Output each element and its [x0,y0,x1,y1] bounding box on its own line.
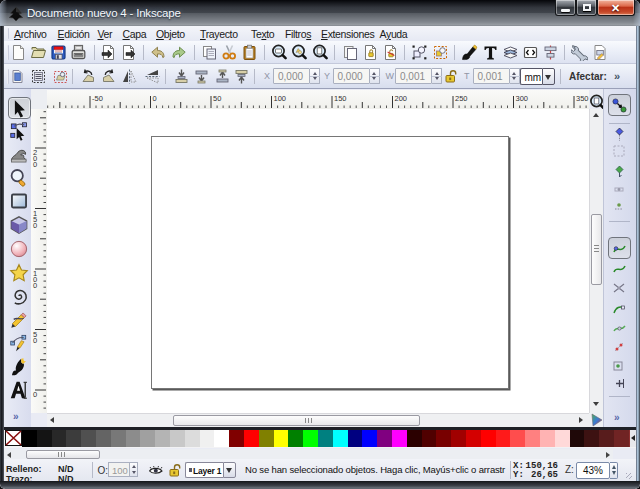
svg-text:0: 0 [33,336,37,345]
svg-text:150: 150 [334,94,347,103]
svg-text:-50: -50 [92,94,103,103]
svg-text:0: 0 [33,390,37,399]
svg-text:0: 0 [33,160,37,169]
svg-text:200: 200 [395,94,408,103]
svg-text:0: 0 [153,94,157,103]
svg-text:350: 350 [576,94,589,103]
svg-text:100: 100 [274,94,287,103]
svg-text:300: 300 [516,94,529,103]
svg-text:50: 50 [213,94,221,103]
svg-text:250: 250 [455,94,468,103]
svg-text:0: 0 [33,281,37,290]
svg-text:0: 0 [33,221,37,230]
